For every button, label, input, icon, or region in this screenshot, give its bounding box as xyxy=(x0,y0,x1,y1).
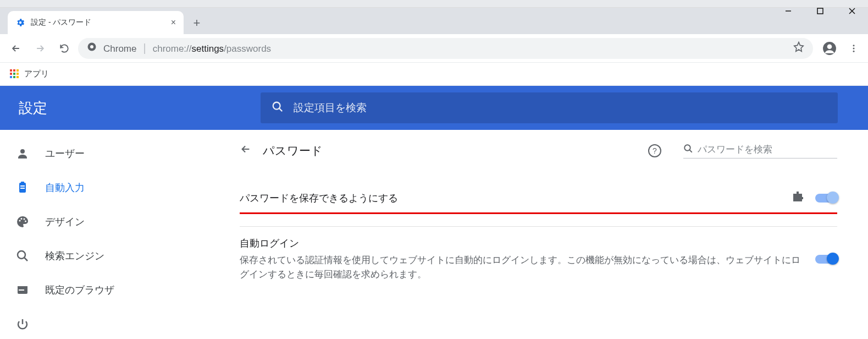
setting-auto-signin: 自動ログイン 保存されている認証情報を使用してウェブサイトに自動的にログインしま… xyxy=(240,227,837,288)
svg-rect-1 xyxy=(817,8,823,14)
sidebar-item-more[interactable] xyxy=(0,307,209,339)
apps-grid-icon xyxy=(10,69,20,79)
password-search-input[interactable] xyxy=(698,144,837,155)
address-bar[interactable]: Chrome | chrome://settings/passwords xyxy=(78,38,813,59)
svg-rect-15 xyxy=(20,185,25,187)
settings-header: 設定 xyxy=(0,86,868,130)
new-tab-button[interactable]: + xyxy=(188,14,206,32)
sidebar-item-label: 既定のブラウザ xyxy=(45,283,114,297)
apps-label: アプリ xyxy=(24,69,49,79)
svg-point-5 xyxy=(90,45,93,48)
sidebar-item-user[interactable]: ユーザー xyxy=(0,136,209,171)
sidebar-item-search-engine[interactable]: 検索エンジン xyxy=(0,239,209,273)
sidebar-item-label: デザイン xyxy=(45,215,85,228)
svg-rect-26 xyxy=(793,194,802,201)
svg-point-12 xyxy=(20,149,25,154)
page-title: パスワード xyxy=(263,143,637,158)
search-icon xyxy=(15,249,30,263)
setting-save-passwords: パスワードを保存できるようにする xyxy=(240,181,837,214)
clipboard-icon xyxy=(15,181,30,194)
forward-button[interactable] xyxy=(30,38,51,59)
svg-point-10 xyxy=(853,50,855,52)
star-icon[interactable] xyxy=(793,41,804,55)
svg-point-25 xyxy=(684,145,690,151)
browser-tab[interactable]: 設定 - パスワード × xyxy=(8,11,184,34)
svg-rect-28 xyxy=(801,197,803,199)
help-icon[interactable]: ? xyxy=(648,144,661,157)
password-search[interactable] xyxy=(683,144,837,158)
setting-title: 自動ログイン xyxy=(240,237,804,250)
address-text: Chrome | chrome://settings/passwords xyxy=(103,42,271,54)
person-icon xyxy=(15,147,30,160)
setting-title: パスワードを保存できるようにする xyxy=(240,192,780,205)
reload-button[interactable] xyxy=(54,38,75,59)
settings-sidebar: ユーザー 自動入力 デザイン 検索エンジン 既定のブラウザ xyxy=(0,130,209,339)
back-arrow-icon[interactable] xyxy=(240,143,252,158)
palette-icon xyxy=(15,215,30,228)
search-icon xyxy=(272,101,284,115)
close-tab-icon[interactable]: × xyxy=(171,18,176,28)
search-icon xyxy=(683,144,693,156)
sidebar-item-label: 自動入力 xyxy=(45,181,85,194)
svg-point-11 xyxy=(273,102,280,110)
sidebar-item-appearance[interactable]: デザイン xyxy=(0,205,209,239)
browser-icon xyxy=(15,283,30,297)
chrome-icon xyxy=(87,42,97,54)
svg-point-17 xyxy=(19,220,21,222)
svg-point-18 xyxy=(21,218,23,220)
svg-rect-14 xyxy=(21,182,24,184)
sidebar-item-label: 検索エンジン xyxy=(45,249,104,263)
sidebar-item-default-browser[interactable]: 既定のブラウザ xyxy=(0,273,209,307)
sidebar-item-autofill[interactable]: 自動入力 xyxy=(0,171,209,205)
svg-rect-23 xyxy=(18,286,27,288)
window-close-button[interactable] xyxy=(836,0,868,22)
window-titlebar xyxy=(0,0,868,8)
settings-search[interactable] xyxy=(261,92,838,123)
gear-icon xyxy=(15,18,25,28)
svg-point-19 xyxy=(24,218,25,220)
page-header: パスワード ? xyxy=(240,143,837,158)
svg-rect-27 xyxy=(797,192,799,194)
window-maximize-button[interactable] xyxy=(804,0,836,22)
setting-description: 保存されている認証情報を使用してウェブサイトに自動的にログインします。この機能が… xyxy=(240,253,804,281)
svg-point-8 xyxy=(853,45,855,46)
power-icon xyxy=(15,318,30,331)
svg-point-9 xyxy=(853,47,855,49)
svg-rect-16 xyxy=(20,188,25,189)
settings-main: パスワード ? パスワードを保存できるようにする 自動ログイン 保存されている認… xyxy=(209,130,868,339)
svg-point-7 xyxy=(827,44,832,49)
window-minimize-button[interactable] xyxy=(772,0,804,22)
tab-strip: 設定 - パスワード × + xyxy=(0,8,868,34)
menu-icon[interactable] xyxy=(845,40,863,57)
bookmarks-bar: アプリ xyxy=(0,63,868,86)
settings-search-input[interactable] xyxy=(294,102,827,114)
profile-icon[interactable] xyxy=(821,40,838,57)
settings-header-title: 設定 xyxy=(19,99,47,118)
toggle-save-passwords[interactable] xyxy=(815,194,837,203)
back-button[interactable] xyxy=(5,38,26,59)
svg-point-20 xyxy=(25,221,26,222)
sidebar-item-label: ユーザー xyxy=(45,147,85,160)
tab-title: 設定 - パスワード xyxy=(31,18,165,28)
toggle-auto-signin[interactable] xyxy=(815,255,837,264)
svg-point-21 xyxy=(18,251,25,259)
browser-toolbar: Chrome | chrome://settings/passwords xyxy=(0,34,868,63)
apps-shortcut[interactable]: アプリ xyxy=(10,69,49,79)
extension-icon[interactable] xyxy=(791,190,804,206)
svg-rect-24 xyxy=(19,289,24,291)
